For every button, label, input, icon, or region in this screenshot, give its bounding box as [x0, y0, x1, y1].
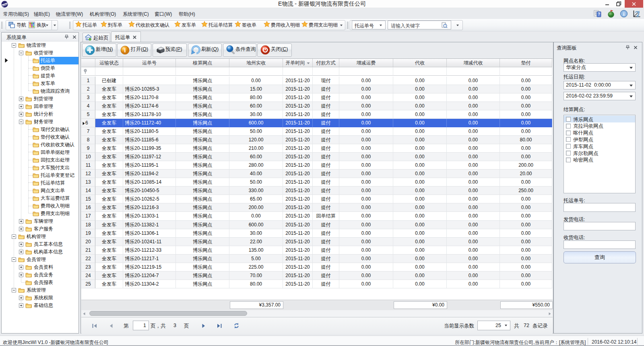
svg-text:?: ?: [598, 12, 600, 17]
svg-text:i: i: [124, 48, 126, 54]
